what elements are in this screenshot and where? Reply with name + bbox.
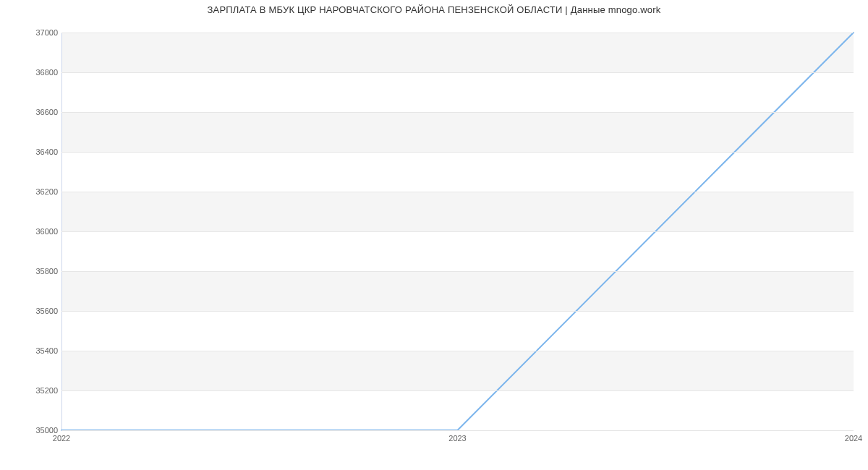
y-tick-label: 35400 <box>14 346 58 355</box>
y-tick-label: 36600 <box>14 108 58 116</box>
gridline <box>61 231 854 232</box>
gridline <box>61 351 854 351</box>
y-tick-label: 36800 <box>14 68 58 77</box>
gridline <box>61 192 854 192</box>
line-chart: ЗАРПЛАТА В МБУК ЦКР НАРОВЧАТСКОГО РАЙОНА… <box>0 0 868 470</box>
gridline <box>61 112 854 113</box>
gridline <box>61 72 854 73</box>
gridline <box>61 390 854 391</box>
y-tick-label: 35200 <box>14 386 58 395</box>
y-tick-label: 37000 <box>14 28 58 37</box>
x-tick-label: 2022 <box>53 434 70 443</box>
x-tick-label: 2023 <box>448 434 466 443</box>
y-tick-label: 35600 <box>14 307 58 315</box>
gridline <box>61 271 854 272</box>
y-tick-label: 36200 <box>14 187 58 196</box>
y-tick-label: 35000 <box>14 426 58 435</box>
x-tick-label: 2024 <box>845 434 862 443</box>
y-tick-label: 36000 <box>14 227 58 236</box>
gridline <box>61 33 854 33</box>
gridline <box>61 311 854 312</box>
chart-title: ЗАРПЛАТА В МБУК ЦКР НАРОВЧАТСКОГО РАЙОНА… <box>0 4 868 15</box>
gridline <box>61 430 854 431</box>
y-tick-label: 35800 <box>14 267 58 275</box>
gridline <box>61 152 854 153</box>
y-tick-label: 36400 <box>14 148 58 156</box>
plot-area <box>61 33 854 431</box>
